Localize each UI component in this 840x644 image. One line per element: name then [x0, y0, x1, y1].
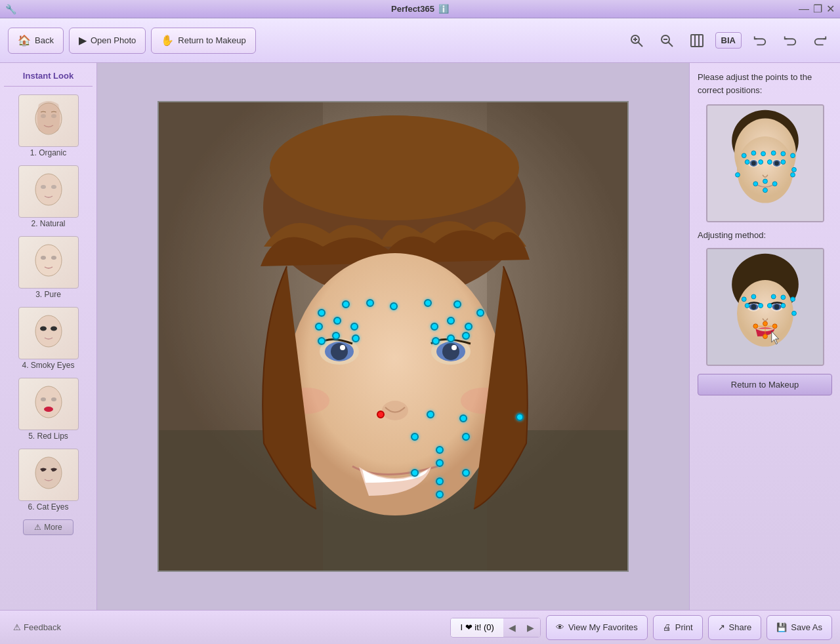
sidebar-item-1[interactable]: 1. Organic: [4, 92, 93, 160]
save-icon: 💾: [776, 622, 787, 632]
more-label: More: [44, 523, 62, 532]
instruction-text: Please adjust the points to the correct …: [698, 71, 832, 96]
landmark-dot-9[interactable]: [333, 317, 341, 325]
landmark-dot-21[interactable]: [459, 414, 467, 422]
share-button[interactable]: ↗ Share: [708, 615, 762, 640]
fit-button[interactable]: [685, 29, 709, 52]
svg-point-92: [791, 311, 796, 315]
bia-button[interactable]: BIA: [715, 32, 742, 49]
undo2-button[interactable]: [778, 29, 802, 52]
like-prev-arrow[interactable]: ◀: [503, 618, 522, 637]
svg-point-26: [35, 457, 62, 489]
svg-point-61: [745, 160, 749, 165]
feedback-button[interactable]: ⚠ Feedback: [8, 620, 66, 635]
right-panel: Please adjust the points to the correct …: [689, 63, 840, 610]
sidebar: Instant Look 1. Organic: [0, 63, 97, 610]
svg-point-32: [270, 115, 519, 220]
landmark-dot-13[interactable]: [352, 334, 360, 342]
more-button[interactable]: ⚠ More: [23, 519, 73, 535]
sidebar-item-2[interactable]: 2. Natural: [4, 163, 93, 231]
bia-label: BIA: [721, 35, 736, 45]
adjusting-face: [706, 248, 824, 366]
landmark-dot-30[interactable]: [436, 491, 444, 498]
minimize-button[interactable]: —: [799, 3, 809, 15]
save-as-button[interactable]: 💾 Save As: [766, 615, 832, 640]
svg-point-70: [772, 182, 777, 186]
landmark-dot-red[interactable]: [377, 411, 385, 418]
landmark-dot-29[interactable]: [436, 477, 444, 485]
landmark-dot-15[interactable]: [447, 317, 455, 325]
sidebar-item-6-label: 6. Cat Eyes: [28, 502, 68, 512]
sidebar-item-3[interactable]: 3. Pure: [4, 233, 93, 302]
face-thumb-5: [18, 378, 79, 430]
svg-point-57: [761, 151, 765, 156]
warning-icon: ⚠: [34, 523, 41, 532]
landmark-dot-5[interactable]: [424, 299, 432, 307]
svg-point-87: [790, 297, 795, 302]
landmark-dot-2[interactable]: [342, 300, 350, 308]
landmark-dot-12[interactable]: [318, 337, 326, 345]
window-controls: — ❐ ✕: [799, 3, 835, 15]
landmark-dot-10[interactable]: [350, 323, 358, 331]
svg-point-17: [41, 256, 46, 260]
print-button[interactable]: 🖨 Print: [653, 615, 703, 640]
landmark-dot-20[interactable]: [427, 411, 434, 418]
svg-point-36: [331, 343, 348, 360]
back-button[interactable]: 🏠 Back: [8, 28, 64, 54]
landmark-dot-11[interactable]: [332, 332, 340, 340]
like-button[interactable]: I ❤ it! (0): [451, 618, 503, 636]
like-next-arrow[interactable]: ▶: [522, 618, 540, 637]
landmark-dot-16[interactable]: [465, 323, 472, 331]
redo-button[interactable]: [808, 29, 832, 52]
svg-point-55: [742, 153, 746, 158]
view-favorites-button[interactable]: 👁 View My Favorites: [546, 615, 648, 640]
return-to-makeup-panel-button[interactable]: Return to Makeup: [698, 374, 832, 395]
sidebar-item-6[interactable]: 6. Cat Eyes: [4, 446, 93, 514]
svg-point-14: [41, 185, 46, 189]
close-button[interactable]: ✕: [826, 3, 835, 15]
landmark-dot-6[interactable]: [453, 300, 461, 308]
svg-point-64: [780, 160, 785, 165]
svg-point-56: [751, 151, 755, 155]
zoom-out-button[interactable]: [655, 29, 679, 52]
landmark-dot-14[interactable]: [430, 323, 438, 331]
restore-button[interactable]: ❐: [813, 3, 822, 15]
svg-point-19: [35, 315, 62, 347]
landmark-dot-18[interactable]: [447, 334, 455, 342]
landmark-dot-8[interactable]: [315, 323, 323, 331]
landmark-dot-1[interactable]: [318, 309, 326, 317]
landmark-dot-28[interactable]: [462, 469, 470, 477]
return-to-makeup-toolbar-button[interactable]: ✋ Return to Makeup: [151, 28, 255, 54]
landmark-dot-24[interactable]: [462, 433, 470, 441]
svg-point-88: [745, 304, 749, 308]
undo-button[interactable]: [748, 29, 772, 52]
open-photo-button[interactable]: ▶ Open Photo: [69, 28, 146, 54]
arrow-icon: ▶: [79, 34, 87, 47]
face-thumb-1: [18, 94, 79, 147]
printer-icon: 🖨: [663, 622, 671, 632]
sidebar-item-5[interactable]: 5. Red Lips: [4, 375, 93, 443]
landmark-dot-27[interactable]: [411, 469, 419, 477]
zoom-in-button[interactable]: [625, 29, 648, 52]
photo-background[interactable]: [158, 101, 629, 572]
sidebar-title: Instant Look: [4, 68, 93, 87]
landmark-dot-4[interactable]: [390, 302, 398, 310]
warning-small-icon: ⚠: [13, 622, 21, 632]
landmark-dot-23[interactable]: [411, 433, 419, 441]
sidebar-item-4[interactable]: 4. Smoky Eyes: [4, 304, 93, 372]
landmark-dot-7[interactable]: [476, 309, 484, 317]
info-icon: ℹ️: [438, 4, 449, 14]
landmark-dot-22[interactable]: [516, 413, 524, 421]
landmark-dot-25[interactable]: [436, 446, 444, 454]
landmark-dot-17[interactable]: [462, 332, 470, 340]
landmark-dot-26[interactable]: [436, 459, 444, 467]
svg-point-86: [780, 295, 785, 300]
toolbar: 🏠 Back ▶ Open Photo ✋ Return to Makeup B…: [0, 18, 840, 63]
canvas-area: [97, 63, 689, 610]
landmark-dot-19[interactable]: [432, 337, 440, 345]
app-title: Perfect365 ℹ️: [391, 4, 449, 14]
svg-point-13: [35, 174, 62, 205]
landmark-dot-3[interactable]: [366, 299, 374, 307]
svg-point-63: [767, 160, 772, 165]
svg-point-66: [735, 172, 740, 177]
